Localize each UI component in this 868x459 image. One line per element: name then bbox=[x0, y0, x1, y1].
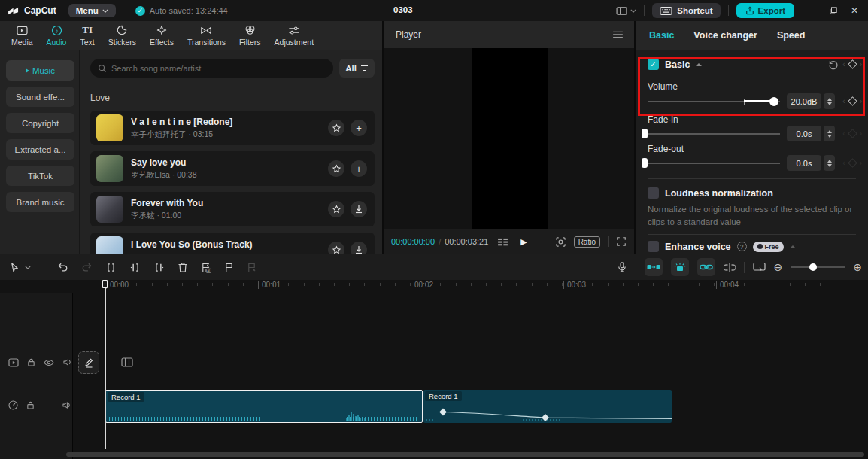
horizontal-scrollbar[interactable] bbox=[66, 452, 864, 457]
tab-effects[interactable]: Effects bbox=[143, 21, 181, 50]
loudness-checkbox[interactable] bbox=[648, 187, 659, 199]
edit-tool-button[interactable] bbox=[78, 351, 99, 374]
volume-keyframe-curve[interactable] bbox=[423, 390, 672, 423]
play-button[interactable]: ▶ bbox=[520, 237, 527, 247]
tab-adjustment[interactable]: Adjustment bbox=[268, 21, 321, 50]
select-cursor-icon[interactable] bbox=[9, 262, 20, 273]
song-row[interactable]: V a l e n t i n e [Redone] 幸子小姐拜托了 · 03:… bbox=[90, 111, 375, 145]
sidebar-item-brand-music[interactable]: Brand music bbox=[6, 192, 74, 212]
hide-track-icon[interactable] bbox=[44, 359, 54, 366]
delete-icon[interactable] bbox=[178, 262, 188, 273]
ratio-button[interactable]: Ratio bbox=[574, 236, 600, 248]
close-button[interactable]: ✕ bbox=[844, 0, 865, 21]
filter-all-button[interactable]: All bbox=[339, 59, 375, 78]
tab-filters[interactable]: Filters bbox=[232, 21, 268, 50]
timeline-zoom-out-icon[interactable]: ⊖ bbox=[774, 261, 783, 273]
fade-in-slider-handle[interactable] bbox=[642, 129, 648, 138]
favorite-star-button[interactable] bbox=[328, 160, 344, 177]
fade-in-slider[interactable] bbox=[642, 129, 780, 138]
favorite-star-button[interactable] bbox=[328, 242, 344, 254]
search-input[interactable] bbox=[111, 64, 326, 73]
prev-keyframe-icon[interactable]: ‹ bbox=[842, 60, 845, 68]
unlink-preview-icon[interactable] bbox=[724, 263, 736, 272]
sidebar-item-extracted-audio[interactable]: Extracted a... bbox=[6, 139, 74, 160]
focus-frame-icon[interactable] bbox=[555, 236, 566, 248]
tab-speed[interactable]: Speed bbox=[777, 30, 806, 41]
prev-keyframe-icon[interactable]: ‹ bbox=[842, 97, 845, 105]
cursor-mode-chevron-icon[interactable] bbox=[25, 266, 31, 269]
tab-text[interactable]: TI Text bbox=[73, 21, 101, 50]
video-canvas[interactable] bbox=[472, 48, 548, 229]
favorite-star-button[interactable] bbox=[328, 120, 344, 136]
tab-audio[interactable]: ♪ Audio bbox=[40, 21, 74, 50]
layout-switcher[interactable] bbox=[616, 7, 636, 15]
sidebar-item-sound-effects[interactable]: Sound effe... bbox=[6, 87, 74, 107]
volume-stepper[interactable] bbox=[824, 93, 835, 109]
link-clips-toggle[interactable] bbox=[697, 258, 715, 276]
mute-track-icon[interactable] bbox=[62, 358, 72, 366]
lock-track-icon[interactable] bbox=[27, 357, 35, 367]
marker-flag-icon[interactable] bbox=[224, 262, 234, 273]
shortcut-button[interactable]: Shortcut bbox=[652, 3, 720, 18]
basic-enabled-checkbox[interactable]: ✓ bbox=[648, 59, 659, 70]
favorite-star-button[interactable] bbox=[328, 201, 344, 217]
reset-icon[interactable] bbox=[828, 59, 839, 70]
export-button[interactable]: Export bbox=[736, 3, 794, 18]
song-row[interactable]: I Love You So (Bonus Track) Maher Zain ·… bbox=[90, 233, 375, 254]
fade-in-stepper[interactable] bbox=[824, 126, 835, 141]
track-layers-icon[interactable] bbox=[497, 238, 508, 246]
fade-out-slider[interactable] bbox=[642, 158, 780, 168]
timeline-zoom-slider[interactable] bbox=[791, 263, 845, 271]
fade-in-value[interactable]: 0.0s bbox=[787, 126, 821, 141]
ruler-ticks[interactable] bbox=[106, 283, 868, 286]
menu-button[interactable]: Menu bbox=[68, 4, 116, 17]
record-voiceover-icon[interactable] bbox=[617, 261, 627, 273]
collapse-caret-icon[interactable] bbox=[696, 63, 702, 66]
enhance-voice-checkbox[interactable] bbox=[648, 241, 659, 252]
song-row[interactable]: Forever with You 李承铉 · 01:00 bbox=[90, 192, 375, 226]
audio-clip-record1-selected[interactable]: Record 1 bbox=[105, 390, 423, 423]
keyframe-diamond-icon[interactable] bbox=[848, 96, 857, 106]
tab-transitions[interactable]: Transitions bbox=[181, 21, 232, 50]
song-row[interactable]: Say love you 罗艺歆Elsa · 00:38 + bbox=[90, 151, 375, 186]
keyframe-diamond-icon[interactable] bbox=[848, 59, 857, 69]
sidebar-item-copyright[interactable]: Copyright bbox=[6, 113, 74, 133]
split-icon[interactable] bbox=[105, 262, 117, 273]
main-track-magnet-toggle[interactable] bbox=[645, 258, 663, 276]
auto-snap-toggle[interactable] bbox=[671, 258, 689, 276]
minimize-button[interactable]: – bbox=[802, 0, 823, 21]
tab-media[interactable]: Media bbox=[5, 21, 40, 50]
sidebar-item-music[interactable]: Music bbox=[6, 60, 74, 81]
fade-out-stepper[interactable] bbox=[824, 155, 835, 171]
tab-voice-changer[interactable]: Voice changer bbox=[693, 30, 757, 41]
restore-button[interactable] bbox=[823, 0, 844, 21]
preview-axis-icon[interactable] bbox=[753, 262, 766, 272]
sidebar-item-tiktok[interactable]: TikTok bbox=[6, 166, 74, 186]
delete-left-icon[interactable] bbox=[129, 262, 141, 273]
fade-out-slider-handle[interactable] bbox=[642, 158, 648, 168]
next-keyframe-icon[interactable]: › bbox=[860, 97, 862, 105]
tab-basic[interactable]: Basic bbox=[649, 30, 674, 41]
audio-clip-record1[interactable]: Record 1 bbox=[423, 390, 672, 423]
redo-icon[interactable] bbox=[81, 262, 93, 272]
undo-icon[interactable] bbox=[57, 262, 68, 272]
tab-stickers[interactable]: Stickers bbox=[102, 21, 143, 50]
fade-out-value[interactable]: 0.0s bbox=[787, 155, 821, 171]
download-button[interactable] bbox=[351, 201, 367, 217]
download-button[interactable] bbox=[351, 242, 367, 254]
playhead-handle[interactable] bbox=[102, 280, 108, 288]
add-to-timeline-button[interactable]: + bbox=[351, 120, 367, 136]
volume-slider[interactable] bbox=[648, 97, 780, 106]
delete-right-icon[interactable] bbox=[153, 262, 165, 273]
mute-track-icon[interactable] bbox=[62, 401, 71, 409]
player-menu-icon[interactable] bbox=[612, 31, 624, 38]
help-icon[interactable]: ? bbox=[737, 242, 747, 251]
volume-value[interactable]: 20.0dB bbox=[787, 93, 821, 109]
ai-marker-icon[interactable]: AI bbox=[201, 262, 211, 273]
zoom-slider-handle[interactable] bbox=[809, 263, 817, 271]
volume-slider-handle[interactable] bbox=[769, 97, 778, 106]
lock-track-icon[interactable] bbox=[26, 400, 35, 410]
song-search-box[interactable] bbox=[90, 59, 333, 78]
fullscreen-icon[interactable] bbox=[616, 236, 627, 247]
collapse-caret-icon[interactable] bbox=[790, 245, 796, 248]
